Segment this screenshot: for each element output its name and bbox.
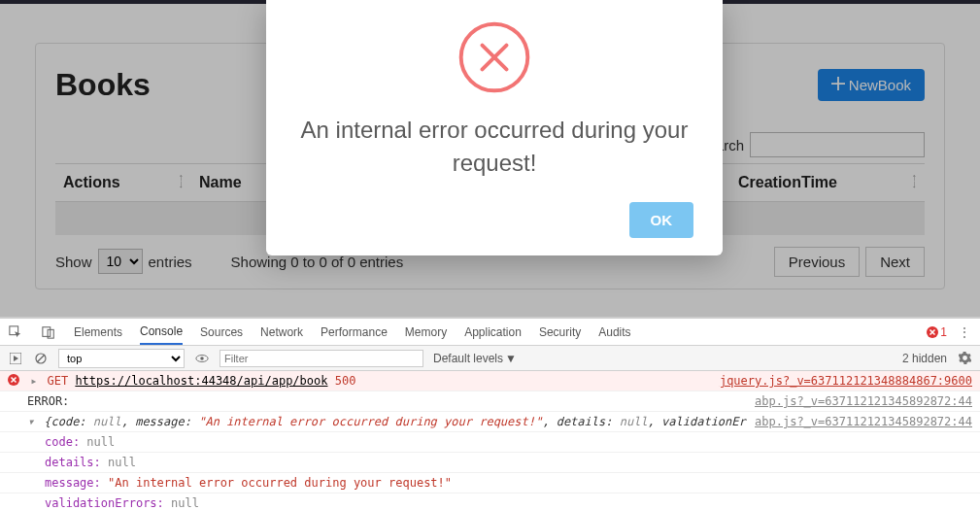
svg-line-9 (37, 355, 45, 362)
device-icon[interactable] (41, 324, 56, 340)
error-modal: An internal error occurred during your r… (266, 0, 723, 255)
log-prop-row: code: null (0, 432, 980, 453)
modal-message: An internal error occurred during your r… (295, 114, 693, 179)
collapse-icon[interactable]: ▾ (27, 413, 37, 430)
log-error-row[interactable]: ▸ GET https://localhost:44348/api/app/bo… (0, 371, 980, 391)
log-prop-row: validationErrors: null (0, 493, 980, 510)
error-label: ERROR: (8, 392, 747, 410)
tab-application[interactable]: Application (464, 325, 522, 339)
error-count-badge[interactable]: 1 (927, 325, 947, 339)
error-circle-icon (8, 374, 19, 386)
tab-memory[interactable]: Memory (405, 325, 447, 339)
context-select[interactable]: top (58, 349, 185, 368)
error-icon (295, 19, 693, 98)
expand-icon[interactable]: ▸ (30, 372, 40, 390)
gear-icon[interactable] (957, 351, 972, 366)
clear-icon[interactable] (33, 351, 49, 366)
tab-performance[interactable]: Performance (321, 325, 388, 339)
request-url[interactable]: https://localhost:44348/api/app/book (75, 374, 327, 388)
tab-audits[interactable]: Audits (598, 325, 630, 339)
tab-security[interactable]: Security (539, 325, 581, 339)
tab-console[interactable]: Console (140, 324, 183, 345)
inspect-icon[interactable] (8, 324, 23, 340)
object-summary: {code: null, message: "An internal error… (44, 415, 747, 428)
console-log: ▸ GET https://localhost:44348/api/app/bo… (0, 371, 980, 510)
log-levels-select[interactable]: Default levels ▼ (433, 352, 517, 365)
hidden-count[interactable]: 2 hidden (902, 352, 947, 365)
source-link[interactable]: abp.js?_v=637112121345892872:44 (755, 413, 972, 430)
tab-elements[interactable]: Elements (74, 325, 122, 339)
svg-rect-4 (43, 326, 51, 336)
log-object-row[interactable]: ▾ {code: null, message: "An internal err… (0, 412, 980, 432)
devtools-panel: Elements Console Sources Network Perform… (0, 317, 980, 510)
http-method: GET (47, 374, 68, 388)
play-icon[interactable] (8, 351, 23, 366)
log-prop-row: message: "An internal error occurred dur… (0, 473, 980, 493)
ok-button[interactable]: OK (629, 202, 694, 238)
status-code: 500 (335, 374, 356, 388)
filter-input[interactable] (220, 350, 423, 367)
svg-point-11 (200, 357, 204, 360)
log-row[interactable]: ERROR: abp.js?_v=637112121345892872:44 (0, 391, 980, 412)
log-prop-row: details: null (0, 453, 980, 473)
tab-sources[interactable]: Sources (200, 325, 243, 339)
kebab-icon[interactable]: ⋮ (957, 324, 972, 340)
source-link[interactable]: abp.js?_v=637112121345892872:44 (755, 392, 972, 410)
source-link[interactable]: jquery.js?_v=637112121348884867:9600 (720, 372, 972, 390)
tab-network[interactable]: Network (260, 325, 303, 339)
eye-icon[interactable] (194, 351, 210, 366)
